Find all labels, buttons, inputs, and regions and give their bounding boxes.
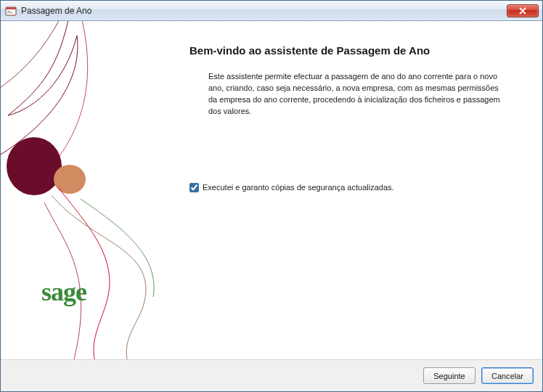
svg-point-5 — [54, 165, 86, 194]
confirm-backup-checkbox-row[interactable]: Executei e garanto cópias de segurança a… — [189, 183, 528, 192]
next-button[interactable]: Seguinte — [423, 367, 475, 384]
svg-rect-1 — [6, 7, 16, 9]
close-button[interactable] — [507, 4, 539, 17]
wizard-description: Este assistente permite efectuar a passa… — [208, 71, 506, 118]
close-icon — [519, 7, 526, 15]
wizard-heading: Bem-vindo ao assistente de Passagem de A… — [189, 44, 528, 57]
wizard-main: Bem-vindo ao assistente de Passagem de A… — [189, 44, 528, 192]
sage-logo: sage — [41, 277, 86, 307]
decorative-graphic — [1, 21, 189, 359]
titlebar: Passagem de Ano — [1, 1, 542, 21]
app-icon — [5, 5, 17, 17]
window-title: Passagem de Ano — [21, 6, 507, 16]
dialog-window: Passagem de Ano Bem-vindo ao assistente … — [0, 0, 543, 392]
cancel-button[interactable]: Cancelar — [481, 367, 534, 384]
button-bar: Seguinte Cancelar — [1, 359, 542, 391]
confirm-backup-checkbox[interactable] — [189, 183, 199, 192]
svg-rect-2 — [7, 11, 10, 12]
svg-point-4 — [7, 137, 62, 195]
confirm-backup-label: Executei e garanto cópias de segurança a… — [203, 183, 394, 192]
svg-rect-3 — [7, 12, 12, 13]
content-area: Bem-vindo ao assistente de Passagem de A… — [1, 21, 542, 359]
